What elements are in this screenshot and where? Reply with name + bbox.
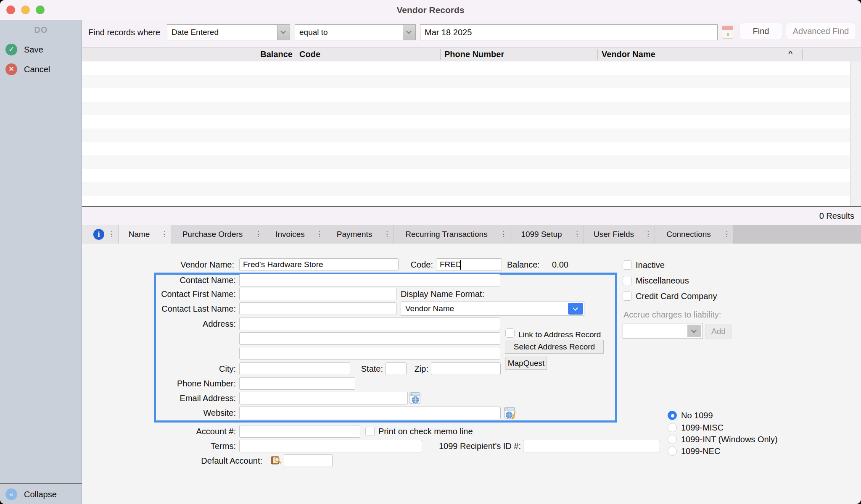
1099-misc-radio[interactable] — [668, 423, 677, 432]
tab-drag-handle[interactable]: ⋮ — [723, 225, 730, 244]
miscellaneous-checkbox[interactable] — [623, 276, 632, 285]
phone-number-field[interactable] — [239, 377, 355, 390]
balance-label: Balance: — [507, 258, 540, 271]
sort-ascending-icon[interactable]: ^ — [788, 47, 792, 61]
tab-info[interactable]: i ⋮ — [82, 225, 119, 244]
tab-connections[interactable]: Connections ⋮ — [655, 225, 734, 244]
tab-drag-handle[interactable]: ⋮ — [255, 225, 262, 244]
tab-drag-handle[interactable]: ⋮ — [573, 225, 581, 244]
miscellaneous-label: Miscellaneous — [636, 274, 689, 287]
1099-int-label: 1099-INT (Windows Only) — [681, 433, 778, 446]
contact-name-label: Contact Name: — [105, 274, 236, 286]
find-operator-select[interactable]: equal to — [295, 24, 416, 40]
tab-recurring-transactions[interactable]: Recurring Transactions ⋮ — [394, 225, 510, 244]
terms-label: Terms: — [105, 440, 236, 452]
address-label: Address: — [105, 318, 236, 330]
1099-int-radio[interactable] — [668, 435, 677, 444]
cancel-label: Cancel — [24, 62, 50, 76]
vendor-name-field[interactable] — [239, 258, 399, 271]
address-line1-field[interactable] — [239, 318, 500, 330]
select-address-record-button[interactable]: Select Address Record — [505, 340, 604, 354]
contact-name-field[interactable] — [239, 274, 500, 286]
vendor-name-label: Vendor Name: — [105, 258, 234, 271]
info-icon: i — [93, 229, 104, 240]
calendar-icon[interactable] — [722, 26, 733, 39]
tab-1099-setup[interactable]: 1099 Setup ⋮ — [510, 225, 584, 244]
find-value-input[interactable] — [420, 24, 718, 40]
accrue-charges-label: Accrue charges to liability: — [623, 308, 721, 321]
account-number-field[interactable] — [239, 425, 360, 438]
link-to-address-record-checkbox[interactable] — [505, 328, 515, 338]
tab-user-fields[interactable]: User Fields ⋮ — [584, 225, 655, 244]
results-status-bar: 0 Results — [82, 207, 861, 225]
column-header-phone-number[interactable]: Phone Number — [444, 47, 504, 61]
display-name-format-select[interactable]: Vendor Name — [401, 302, 584, 316]
city-field[interactable] — [239, 362, 350, 375]
window-title: Vendor Records — [0, 0, 861, 20]
recipient-id-field[interactable] — [523, 440, 660, 452]
display-name-format-label: Display Name Format: — [401, 288, 484, 300]
state-label: State: — [355, 362, 383, 375]
column-header-balance[interactable]: Balance — [242, 47, 293, 61]
collapse-label: Collapse — [24, 487, 57, 501]
contact-first-name-field[interactable] — [239, 288, 396, 300]
sidebar-item-cancel[interactable]: ✕ Cancel — [0, 62, 82, 76]
chevron-down-icon — [687, 325, 701, 337]
inactive-checkbox[interactable] — [623, 260, 632, 270]
find-records-where-label: Find records where — [88, 24, 160, 40]
website-browser-edit-icon[interactable] — [504, 407, 516, 422]
results-table-header: Balance Code Phone Number Vendor Name ^ — [82, 47, 861, 61]
website-field[interactable] — [239, 407, 501, 419]
tab-drag-handle[interactable]: ⋮ — [644, 225, 652, 244]
sidebar: DO ✓ Save ✕ Cancel « Collapse — [0, 20, 82, 504]
account-number-label: Account #: — [105, 425, 236, 438]
print-on-check-memo-checkbox[interactable] — [365, 427, 375, 436]
advanced-find-button[interactable]: Advanced Find — [786, 23, 856, 40]
recipient-id-label: 1099 Recipient's ID #: — [420, 440, 521, 452]
credit-card-company-label: Credit Card Company — [636, 290, 717, 302]
1099-nec-label: 1099-NEC — [681, 445, 720, 457]
contact-last-name-field[interactable] — [239, 302, 396, 315]
tab-drag-handle[interactable]: ⋮ — [316, 225, 323, 244]
terms-field[interactable] — [239, 440, 422, 452]
default-account-label: Default Account: — [160, 454, 262, 467]
no-1099-radio[interactable] — [668, 411, 677, 420]
cancel-x-icon: ✕ — [5, 63, 17, 75]
account-lookup-book-icon[interactable] — [269, 455, 281, 468]
tab-purchase-orders[interactable]: Purchase Orders ⋮ — [171, 225, 265, 244]
default-account-field[interactable] — [284, 454, 333, 467]
tab-payments[interactable]: Payments ⋮ — [326, 225, 394, 244]
sidebar-item-save[interactable]: ✓ Save — [0, 42, 82, 57]
tab-drag-handle[interactable]: ⋮ — [161, 225, 168, 244]
vertical-scrollbar-track[interactable] — [850, 61, 861, 206]
phone-number-label: Phone Number: — [105, 377, 236, 390]
credit-card-company-checkbox[interactable] — [623, 291, 632, 301]
sidebar-collapse-button[interactable]: « Collapse — [0, 487, 82, 501]
find-button[interactable]: Find — [740, 23, 782, 40]
column-header-vendor-name[interactable]: Vendor Name — [602, 47, 655, 61]
tab-drag-handle[interactable]: ⋮ — [500, 225, 507, 244]
column-header-code[interactable]: Code — [299, 47, 320, 61]
save-label: Save — [24, 42, 43, 57]
results-count: 0 Results — [819, 207, 854, 225]
results-table-body[interactable] — [82, 61, 850, 206]
mapquest-button[interactable]: MapQuest — [505, 357, 547, 370]
save-check-icon: ✓ — [5, 44, 17, 55]
collapse-chevrons-icon: « — [5, 488, 17, 500]
zip-field[interactable] — [431, 362, 501, 375]
1099-nec-radio[interactable] — [668, 446, 677, 456]
1099-misc-label: 1099-MISC — [681, 421, 724, 434]
address-line2-field[interactable] — [239, 332, 500, 345]
title-bar: Vendor Records — [0, 0, 861, 20]
email-browser-globe-icon[interactable] — [409, 392, 421, 406]
add-liability-button[interactable]: Add — [705, 324, 732, 339]
email-address-field[interactable] — [239, 392, 408, 404]
find-field-select[interactable]: Date Entered — [167, 24, 290, 40]
tab-invoices[interactable]: Invoices ⋮ — [265, 225, 326, 244]
tab-drag-handle[interactable]: ⋮ — [383, 225, 391, 244]
liability-account-select[interactable] — [623, 323, 703, 339]
tab-name[interactable]: Name ⋮ — [119, 225, 171, 244]
code-field[interactable] — [436, 258, 502, 271]
address-line3-field[interactable] — [239, 347, 500, 360]
tab-drag-handle[interactable]: ⋮ — [108, 225, 115, 244]
